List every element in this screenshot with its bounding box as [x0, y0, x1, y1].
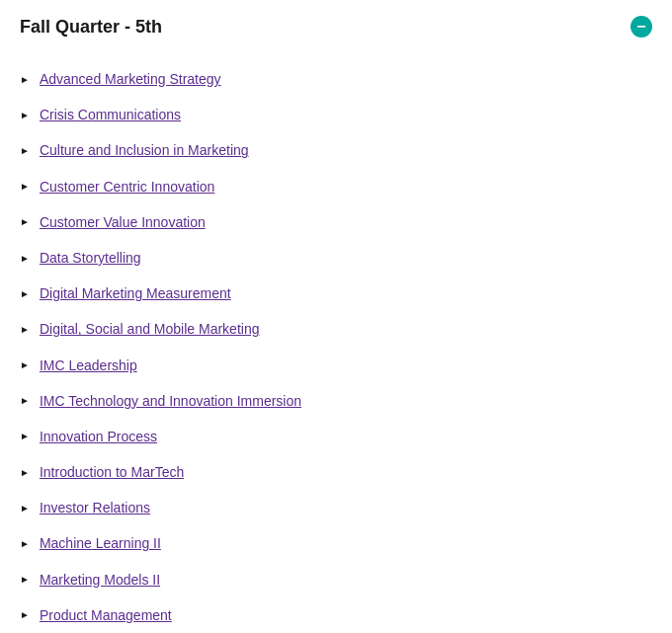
list-item: ►Product Management: [20, 597, 652, 633]
expand-arrow-icon[interactable]: ►: [20, 467, 30, 478]
list-item: ►Marketing Models II: [20, 562, 652, 597]
list-item: ►IMC Technology and Innovation Immersion: [20, 383, 652, 419]
expand-arrow-icon[interactable]: ►: [20, 216, 30, 227]
expand-arrow-icon[interactable]: ►: [20, 395, 30, 406]
expand-arrow-icon[interactable]: ►: [20, 288, 30, 299]
course-link-data-storytelling[interactable]: Data Storytelling: [40, 249, 141, 267]
expand-arrow-icon[interactable]: ►: [20, 145, 30, 156]
list-item: ►Digital, Social and Mobile Marketing: [20, 311, 652, 347]
course-link-innovation-process[interactable]: Innovation Process: [40, 428, 157, 445]
list-item: ►Crisis Communications: [20, 97, 652, 132]
course-link-introduction-to-martech[interactable]: Introduction to MarTech: [40, 463, 184, 481]
course-link-product-management[interactable]: Product Management: [40, 606, 172, 624]
list-item: ►Customer Centric Innovation: [20, 169, 652, 204]
course-link-imc-leadership[interactable]: IMC Leadership: [40, 356, 137, 374]
list-item: ►Culture and Inclusion in Marketing: [20, 132, 652, 168]
course-link-marketing-models-ii[interactable]: Marketing Models II: [40, 571, 160, 589]
expand-arrow-icon[interactable]: ►: [20, 253, 30, 264]
list-item: ►Innovation Process: [20, 419, 652, 454]
page-title: Fall Quarter - 5th: [20, 17, 162, 38]
expand-arrow-icon[interactable]: ►: [20, 110, 30, 120]
list-item: ►Customer Value Innovation: [20, 204, 652, 240]
expand-arrow-icon[interactable]: ►: [20, 74, 30, 85]
expand-arrow-icon[interactable]: ►: [20, 574, 30, 585]
course-link-customer-value-innovation[interactable]: Customer Value Innovation: [40, 213, 206, 231]
page-header: Fall Quarter - 5th −: [20, 16, 652, 38]
expand-arrow-icon[interactable]: ►: [20, 181, 30, 192]
course-link-investor-relations[interactable]: Investor Relations: [40, 499, 150, 516]
course-link-customer-centric-innovation[interactable]: Customer Centric Innovation: [40, 178, 214, 196]
expand-arrow-icon[interactable]: ►: [20, 431, 30, 441]
list-item: ►Investor Relations: [20, 490, 652, 525]
course-link-digital-social-and-mobile-marketing[interactable]: Digital, Social and Mobile Marketing: [40, 320, 260, 338]
expand-arrow-icon[interactable]: ►: [20, 324, 30, 335]
course-link-advanced-marketing-strategy[interactable]: Advanced Marketing Strategy: [40, 70, 221, 88]
course-link-digital-marketing-measurement[interactable]: Digital Marketing Measurement: [40, 284, 231, 302]
expand-arrow-icon[interactable]: ►: [20, 503, 30, 514]
course-link-imc-technology-and-innovation-immersion[interactable]: IMC Technology and Innovation Immersion: [40, 392, 301, 410]
course-link-crisis-communications[interactable]: Crisis Communications: [40, 106, 181, 123]
list-item: ►Introduction to MarTech: [20, 454, 652, 490]
list-item: ►Machine Learning II: [20, 525, 652, 561]
list-item: ►Data Storytelling: [20, 240, 652, 276]
expand-arrow-icon[interactable]: ►: [20, 359, 30, 370]
course-list: ►Advanced Marketing Strategy►Crisis Comm…: [20, 61, 652, 633]
list-item: ►Digital Marketing Measurement: [20, 276, 652, 311]
list-item: ►IMC Leadership: [20, 348, 652, 383]
expand-arrow-icon[interactable]: ►: [20, 538, 30, 549]
expand-arrow-icon[interactable]: ►: [20, 609, 30, 620]
course-link-machine-learning-ii[interactable]: Machine Learning II: [40, 534, 161, 552]
collapse-button[interactable]: −: [630, 16, 652, 38]
course-link-culture-and-inclusion-in-marketing[interactable]: Culture and Inclusion in Marketing: [40, 141, 249, 159]
list-item: ►Advanced Marketing Strategy: [20, 61, 652, 97]
